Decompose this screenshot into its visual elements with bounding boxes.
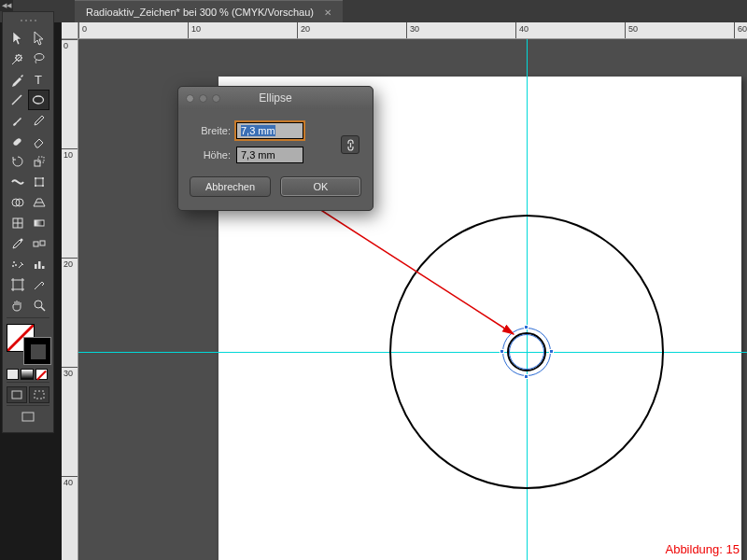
free-transform-tool[interactable] bbox=[28, 172, 49, 192]
svg-point-15 bbox=[20, 239, 22, 242]
svg-rect-22 bbox=[38, 261, 41, 269]
type-tool[interactable]: T bbox=[28, 69, 49, 90]
magic-wand-tool[interactable] bbox=[7, 49, 28, 69]
close-icon[interactable]: ✕ bbox=[324, 7, 331, 18]
svg-rect-24 bbox=[13, 280, 22, 289]
cancel-button[interactable]: Abbrechen bbox=[190, 176, 271, 197]
svg-point-20 bbox=[12, 265, 14, 267]
workspace: 0 10 20 30 40 50 60 0 10 20 30 40 bbox=[62, 22, 747, 560]
svg-rect-23 bbox=[42, 266, 45, 269]
ok-button[interactable]: OK bbox=[280, 176, 361, 197]
svg-rect-6 bbox=[35, 178, 43, 186]
hand-tool[interactable] bbox=[7, 295, 28, 315]
perspective-grid-tool[interactable] bbox=[28, 192, 49, 213]
ruler-origin[interactable] bbox=[62, 22, 78, 39]
color-mode-none[interactable] bbox=[35, 369, 48, 380]
document-tab[interactable]: Radioaktiv_Zeichen* bei 300 % (CMYK/Vors… bbox=[75, 0, 343, 22]
svg-point-18 bbox=[13, 261, 15, 263]
width-tool[interactable] bbox=[7, 172, 28, 192]
scale-tool[interactable] bbox=[28, 151, 49, 172]
width-label: Breite: bbox=[190, 125, 231, 136]
svg-rect-30 bbox=[22, 413, 34, 421]
ruler-tick-label: 20 bbox=[301, 24, 310, 34]
svg-rect-4 bbox=[35, 161, 40, 166]
document-tab-title: Radioaktiv_Zeichen* bei 300 % (CMYK/Vors… bbox=[86, 7, 314, 18]
ruler-tick-label: 10 bbox=[191, 24, 201, 34]
svg-point-3 bbox=[34, 96, 44, 104]
direct-selection-tool[interactable] bbox=[28, 28, 49, 49]
mesh-tool[interactable] bbox=[7, 213, 28, 233]
figure-caption: Abbildung: 15 bbox=[665, 542, 740, 556]
fill-stroke-swatches[interactable] bbox=[7, 324, 51, 365]
anchor-point[interactable] bbox=[524, 374, 529, 379]
svg-line-2 bbox=[12, 95, 21, 105]
dialog-title: Ellipse bbox=[178, 91, 373, 105]
pencil-tool[interactable] bbox=[28, 110, 49, 131]
ruler-tick-label: 10 bbox=[63, 150, 73, 160]
svg-rect-29 bbox=[35, 391, 44, 399]
height-label: Höhe: bbox=[190, 149, 231, 161]
blend-tool[interactable] bbox=[28, 233, 49, 254]
shape-builder-tool[interactable] bbox=[7, 192, 28, 213]
svg-point-10 bbox=[42, 185, 44, 187]
ruler-tick-label: 50 bbox=[628, 24, 638, 34]
svg-rect-17 bbox=[40, 241, 45, 245]
svg-point-0 bbox=[35, 54, 44, 61]
color-mode-solid[interactable] bbox=[7, 369, 19, 380]
svg-rect-5 bbox=[38, 157, 44, 162]
svg-point-19 bbox=[15, 264, 17, 266]
anchor-point[interactable] bbox=[500, 349, 504, 354]
dialog-titlebar[interactable]: Ellipse bbox=[178, 87, 373, 109]
ruler-tick-label: 40 bbox=[519, 24, 529, 34]
line-segment-tool[interactable] bbox=[7, 90, 28, 110]
svg-rect-21 bbox=[35, 264, 37, 269]
ruler-tick-label: 30 bbox=[63, 369, 73, 378]
panel-grip[interactable] bbox=[7, 20, 49, 24]
ellipse-dialog: Ellipse Breite: Höhe: Abbrechen OK bbox=[177, 86, 374, 211]
horizontal-ruler[interactable]: 0 10 20 30 40 50 60 bbox=[78, 22, 747, 39]
stroke-swatch[interactable] bbox=[23, 337, 51, 365]
symbol-sprayer-tool[interactable] bbox=[7, 254, 28, 274]
slice-tool[interactable] bbox=[28, 274, 49, 295]
gradient-tool[interactable] bbox=[28, 213, 49, 233]
height-input[interactable] bbox=[236, 147, 303, 163]
eraser-tool[interactable] bbox=[28, 131, 49, 151]
eyedropper-tool[interactable] bbox=[7, 233, 28, 254]
ellipse-tool[interactable] bbox=[28, 90, 49, 110]
svg-point-8 bbox=[42, 177, 44, 179]
ruler-tick-label: 60 bbox=[738, 24, 747, 34]
pen-tool[interactable] bbox=[7, 69, 28, 90]
constrain-proportions-button[interactable] bbox=[341, 135, 359, 154]
artboard-tool[interactable] bbox=[7, 274, 28, 295]
svg-rect-14 bbox=[35, 220, 44, 226]
ruler-tick-label: 40 bbox=[63, 478, 73, 487]
drawing-mode-normal[interactable] bbox=[7, 386, 27, 403]
panel-collapse-handle[interactable]: ◀◀ bbox=[0, 0, 13, 11]
zoom-tool[interactable] bbox=[28, 295, 49, 315]
vertical-ruler[interactable]: 0 10 20 30 40 bbox=[62, 39, 78, 560]
anchor-point[interactable] bbox=[524, 325, 529, 329]
lasso-tool[interactable] bbox=[28, 49, 49, 69]
svg-rect-16 bbox=[34, 242, 38, 246]
paintbrush-tool[interactable] bbox=[7, 110, 28, 131]
width-input[interactable] bbox=[236, 122, 303, 139]
svg-rect-28 bbox=[12, 391, 21, 399]
svg-text:T: T bbox=[35, 73, 42, 87]
drawing-mode-behind[interactable] bbox=[29, 386, 49, 403]
ruler-tick-label: 0 bbox=[82, 24, 87, 34]
svg-line-26 bbox=[41, 307, 45, 311]
rotate-tool[interactable] bbox=[7, 151, 28, 172]
column-graph-tool[interactable] bbox=[28, 254, 49, 274]
svg-point-9 bbox=[35, 185, 36, 187]
selection-tool[interactable] bbox=[7, 28, 28, 49]
ruler-tick-label: 0 bbox=[63, 41, 68, 50]
svg-point-25 bbox=[35, 301, 42, 308]
anchor-point[interactable] bbox=[549, 349, 554, 354]
selected-ellipse-inner[interactable] bbox=[509, 334, 544, 370]
blob-brush-tool[interactable] bbox=[7, 131, 28, 151]
color-mode-gradient[interactable] bbox=[21, 369, 33, 380]
tool-panel: T bbox=[2, 11, 54, 433]
screen-mode-button[interactable] bbox=[7, 408, 49, 427]
ruler-tick-label: 30 bbox=[410, 24, 419, 34]
svg-point-7 bbox=[35, 177, 36, 179]
